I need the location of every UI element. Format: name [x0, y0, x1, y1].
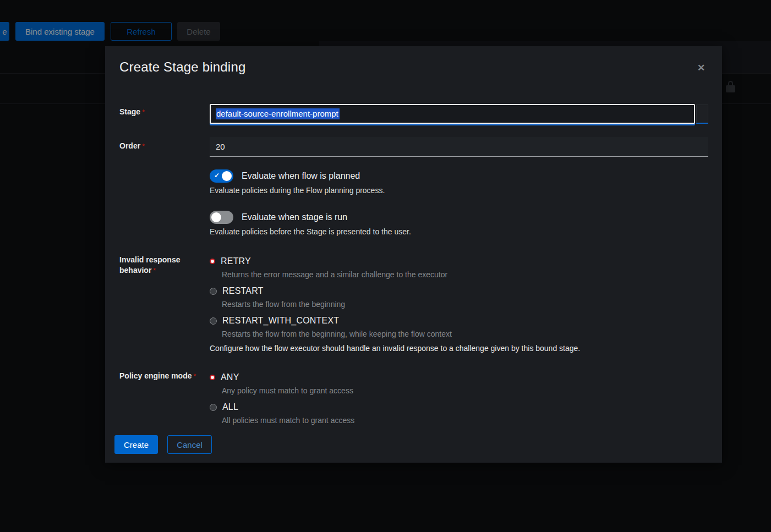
required-marker: *: [153, 267, 156, 275]
modal-title: Create Stage binding: [119, 59, 246, 75]
stage-label-text: Stage: [119, 107, 140, 116]
stage-dropdown-toggle[interactable]: [696, 105, 708, 124]
order-input[interactable]: [210, 137, 708, 157]
toggle-knob: [211, 212, 221, 222]
check-icon: ✓: [214, 172, 220, 179]
policy-engine-option-any: ANY: [210, 372, 239, 383]
radio-unselected[interactable]: [210, 404, 217, 411]
restart-with-context-radio-label[interactable]: RESTART_WITH_CONTEXT: [222, 316, 339, 326]
invalid-response-label: Invalid response behavior*: [119, 255, 202, 276]
retry-radio-label[interactable]: RETRY: [221, 256, 251, 266]
radio-selected[interactable]: [211, 260, 214, 263]
required-marker: *: [142, 108, 145, 116]
re-evaluate-description: Evaluate policies before the Stage is pr…: [210, 227, 411, 236]
invalid-response-option-restart-with-context: RESTART_WITH_CONTEXT: [210, 315, 339, 326]
required-marker: *: [193, 372, 196, 380]
policy-engine-mode-label: Policy engine mode*: [119, 371, 202, 382]
required-marker: *: [142, 142, 145, 150]
re-evaluate-toggle[interactable]: [210, 211, 233, 224]
policy-engine-option-all: ALL: [210, 402, 238, 413]
invalid-response-help-text: Configure how the flow executor should h…: [210, 344, 580, 353]
restart-description: Restarts the flow from the beginning: [222, 300, 345, 309]
re-evaluate-row: Evaluate when stage is run: [210, 211, 347, 224]
create-button[interactable]: Create: [114, 435, 158, 454]
cancel-button[interactable]: Cancel: [167, 435, 212, 454]
restart-with-context-description: Restarts the flow from the beginning, wh…: [222, 330, 452, 338]
invalid-response-label-text: Invalid response behavior: [119, 255, 180, 275]
evaluate-on-plan-toggle[interactable]: ✓: [210, 169, 233, 183]
re-evaluate-label: Evaluate when stage is run: [242, 212, 347, 222]
radio-unselected[interactable]: [210, 317, 217, 325]
any-radio-label[interactable]: ANY: [221, 372, 239, 382]
create-stage-binding-modal: Create Stage binding ✕ Stage* default-so…: [105, 46, 722, 463]
retry-description: Returns the error message and a similar …: [222, 270, 447, 279]
stage-label: Stage*: [119, 107, 202, 118]
radio-unselected[interactable]: [210, 288, 217, 295]
evaluate-on-plan-row: ✓ Evaluate when flow is planned: [210, 169, 360, 183]
policy-engine-mode-label-text: Policy engine mode: [119, 371, 192, 380]
order-label-text: Order: [119, 141, 140, 150]
all-description: All policies must match to grant access: [222, 416, 354, 425]
any-description: Any policy must match to grant access: [222, 386, 353, 395]
restart-radio-label[interactable]: RESTART: [222, 286, 264, 296]
all-radio-label[interactable]: ALL: [222, 402, 238, 412]
stage-input[interactable]: default-source-enrollment-prompt: [210, 104, 695, 124]
close-icon[interactable]: ✕: [695, 62, 708, 75]
toggle-knob: [222, 171, 232, 181]
invalid-response-option-restart: RESTART: [210, 286, 264, 297]
radio-selected[interactable]: [211, 376, 214, 379]
stage-input-selected-text: default-source-enrollment-prompt: [216, 108, 340, 119]
evaluate-on-plan-label: Evaluate when flow is planned: [242, 171, 360, 181]
order-label: Order*: [119, 141, 202, 152]
invalid-response-option-retry: RETRY: [210, 256, 251, 267]
evaluate-on-plan-description: Evaluate policies during the Flow planni…: [210, 186, 385, 195]
